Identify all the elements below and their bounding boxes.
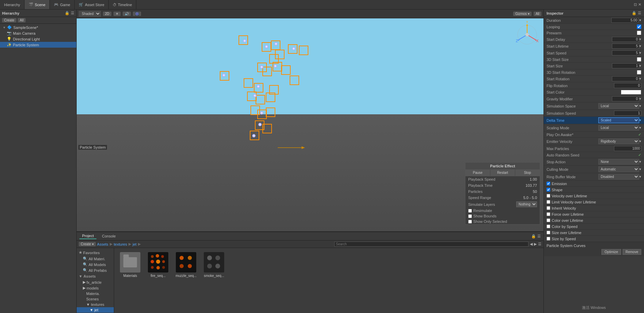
start-delay-arrow-icon[interactable]: ▾: [639, 37, 641, 42]
hierarchy-all-btn[interactable]: All: [18, 18, 26, 22]
duration-dropdown-icon[interactable]: ▾: [639, 18, 641, 22]
emitter-velocity-arrow-icon[interactable]: ▾: [639, 139, 641, 144]
color-by-speed-checkbox[interactable]: [547, 225, 550, 228]
tab-timeline[interactable]: ⏱ Timeline: [109, 0, 136, 9]
module-color-over-lifetime[interactable]: Color over Lifetime: [544, 217, 644, 224]
duration-input[interactable]: [611, 18, 639, 23]
module-velocity-over-lifetime[interactable]: Velocity over Lifetime: [544, 193, 644, 199]
scaling-mode-arrow-icon[interactable]: ▾: [639, 126, 641, 130]
shading-mode-dropdown[interactable]: Shaded: [79, 11, 101, 17]
hierarchy-item-scene[interactable]: ▼ 🔷 SampleScene*: [0, 24, 76, 30]
module-shape[interactable]: Shape: [544, 187, 644, 193]
start-color-swatch[interactable]: [621, 90, 641, 95]
limit-velocity-checkbox[interactable]: [547, 200, 550, 204]
module-emission[interactable]: Emission: [544, 181, 644, 187]
delta-time-arrow-icon[interactable]: ▾: [639, 118, 641, 122]
maximize-icon[interactable]: ⊡: [634, 2, 637, 7]
project-menu-icon[interactable]: ☰: [537, 234, 541, 238]
project-icon1[interactable]: ◀: [530, 242, 533, 246]
gravity-modifier-input[interactable]: [612, 96, 639, 101]
hierarchy-item-camera[interactable]: 📷 Main Camera: [0, 30, 76, 36]
start-lifetime-arrow-icon[interactable]: ▾: [639, 44, 641, 48]
prewarm-checkbox[interactable]: [637, 31, 641, 35]
tab-project[interactable]: Project: [79, 233, 96, 239]
ps-item-all-models[interactable]: 🔍 All Models: [77, 262, 114, 267]
start-speed-input[interactable]: [612, 50, 639, 55]
all-btn[interactable]: All: [534, 12, 541, 16]
emitter-velocity-dropdown[interactable]: RigidbodyTransform: [598, 138, 639, 144]
3d-start-size-checkbox[interactable]: [637, 57, 641, 62]
delta-time-dropdown[interactable]: ScaledUnscaled: [598, 117, 639, 123]
ps-favorites-section[interactable]: ★ Favorites: [77, 249, 114, 256]
start-rotation-input[interactable]: [612, 76, 639, 81]
tab-asset-store[interactable]: 🛒 Asset Store: [75, 0, 109, 9]
start-rotation-arrow-icon[interactable]: ▾: [639, 77, 641, 81]
gizmos-btn[interactable]: Gizmos ▾: [513, 12, 532, 16]
3d-start-rotation-checkbox[interactable]: [637, 70, 641, 75]
emission-checkbox[interactable]: [547, 182, 550, 185]
project-icon3[interactable]: ☰: [538, 242, 541, 246]
effects-btn[interactable]: 🎆: [133, 12, 141, 16]
tab-scene[interactable]: 🎬 Scene: [25, 0, 50, 9]
2d-toggle-btn[interactable]: 2D: [103, 12, 111, 16]
simulate-layers-dropdown[interactable]: Nothing: [516, 201, 537, 207]
force-over-lifetime-checkbox[interactable]: [547, 212, 550, 216]
ps-item-textures[interactable]: ▼ textures: [77, 302, 114, 307]
stop-action-arrow-icon[interactable]: ▾: [639, 160, 641, 164]
flip-rotation-input[interactable]: [614, 83, 641, 88]
max-particles-input[interactable]: [614, 146, 641, 151]
module-size-by-speed[interactable]: Size by Speed: [544, 236, 644, 242]
ps-item-scenes[interactable]: Scenes: [77, 296, 114, 302]
color-over-lifetime-checkbox[interactable]: [547, 218, 550, 222]
start-delay-input[interactable]: [612, 37, 639, 42]
start-speed-arrow-icon[interactable]: ▾: [639, 51, 641, 55]
remove-btn[interactable]: Remove: [623, 249, 641, 255]
optimize-btn[interactable]: Optimize: [601, 249, 621, 255]
simulation-speed-input[interactable]: [614, 111, 641, 116]
show-bounds-checkbox[interactable]: [468, 214, 472, 218]
tab-game[interactable]: 🎮 Game: [50, 0, 75, 9]
file-item-materials[interactable]: Materials: [118, 252, 142, 278]
breadcrumb-assets[interactable]: Assets: [97, 242, 108, 246]
ps-item-all-prefabs[interactable]: 🔍 All Prefabs: [77, 267, 114, 273]
ps-item-all-materials[interactable]: 🔍 All Materi.: [77, 256, 114, 262]
hierarchy-lock-icon[interactable]: 🔒: [65, 11, 70, 15]
inspector-menu-icon[interactable]: ☰: [638, 11, 641, 15]
sim-space-arrow-icon[interactable]: ▾: [639, 104, 641, 108]
breadcrumb-jet[interactable]: jet: [133, 242, 137, 246]
shape-checkbox[interactable]: [547, 188, 550, 192]
hierarchy-menu-icon[interactable]: ☰: [71, 11, 74, 15]
ring-buffer-mode-dropdown[interactable]: Disabled: [598, 174, 639, 180]
resimulate-checkbox[interactable]: [468, 209, 472, 213]
inherit-velocity-checkbox[interactable]: [547, 206, 550, 210]
pe-pause-btn[interactable]: Pause: [465, 169, 490, 176]
gravity-modifier-arrow-icon[interactable]: ▾: [639, 97, 641, 101]
file-item-fire[interactable]: fire_seq...: [146, 252, 170, 278]
project-create-btn[interactable]: Create ▾: [79, 242, 96, 246]
show-only-selected-checkbox[interactable]: [468, 220, 472, 224]
velocity-over-lifetime-checkbox[interactable]: [547, 194, 550, 198]
tab-console[interactable]: Console: [99, 233, 118, 239]
simulation-space-dropdown[interactable]: LocalWorld: [598, 103, 639, 109]
file-item-muzzle[interactable]: muzzle_seq...: [174, 252, 198, 278]
project-icon2[interactable]: ▶: [534, 242, 537, 246]
start-size-input[interactable]: [612, 63, 639, 68]
module-color-by-speed[interactable]: Color by Speed: [544, 224, 644, 230]
pe-restart-btn[interactable]: Restart: [490, 169, 515, 176]
culling-mode-dropdown[interactable]: Automatic: [598, 166, 639, 172]
start-size-arrow-icon[interactable]: ▾: [639, 64, 641, 68]
ring-buffer-mode-arrow-icon[interactable]: ▾: [639, 175, 641, 179]
inspector-lock-icon[interactable]: 🔒: [632, 11, 637, 15]
size-over-lifetime-checkbox[interactable]: [547, 231, 550, 234]
module-limit-velocity[interactable]: Limit Velocity over Lifetime: [544, 199, 644, 205]
module-inherit-velocity[interactable]: Inherit Velocity: [544, 205, 644, 211]
close-tab-icon[interactable]: ✕: [638, 2, 641, 7]
start-lifetime-input[interactable]: [612, 44, 639, 49]
ps-item-models[interactable]: ▶ models: [77, 285, 114, 291]
pe-stop-btn[interactable]: Stop: [515, 169, 540, 176]
scaling-mode-dropdown[interactable]: LocalHierarchy: [598, 125, 639, 131]
ps-assets-section[interactable]: ▼ Assets: [77, 273, 114, 279]
hierarchy-item-particles[interactable]: ✨ Particle System: [0, 42, 76, 48]
breadcrumb-textures[interactable]: textures: [114, 242, 127, 246]
ps-item-materia[interactable]: Materia.: [77, 291, 114, 296]
